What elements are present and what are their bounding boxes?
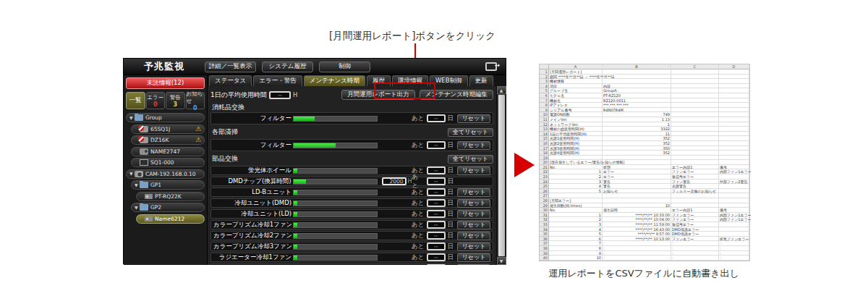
tree-item[interactable]: ▼ GP2	[131, 203, 205, 212]
maintenance-row: LD-Bユニット あと -- 日 リセット	[210, 187, 493, 197]
scroll-thumb[interactable]	[498, 95, 505, 256]
sheet-cell: 機材の総使用時間(H)	[549, 127, 603, 132]
sheet-cell: 5	[549, 232, 603, 237]
sheet-cell: 4	[549, 184, 603, 189]
remaining-value[interactable]: --	[427, 253, 446, 261]
remaining-value[interactable]: --	[427, 114, 446, 122]
sheet-cell	[671, 198, 719, 203]
reset-button[interactable]: リセット	[457, 199, 490, 208]
sheet-cell: フィルター交換のお知らせ	[671, 189, 719, 194]
unread-info-button[interactable]: 未読情報(12)	[126, 77, 205, 89]
reset-button[interactable]: リセット	[457, 253, 490, 262]
sheet-cell: 14	[540, 132, 549, 137]
progress-track	[293, 116, 378, 122]
progress-track	[293, 255, 378, 261]
reset-button[interactable]: リセット	[457, 221, 490, 229]
reset-button[interactable]: リセット	[457, 210, 490, 219]
remaining-value[interactable]: --	[427, 188, 446, 196]
reset-button[interactable]: リセット	[457, 264, 490, 266]
remaining-value[interactable]: --	[427, 264, 446, 265]
reset-all-button[interactable]: 全てリセット	[448, 155, 493, 164]
sheet-cell: ****/**/** 11:59:00	[603, 222, 671, 227]
sidebar-filter-tab[interactable]: 警告 3	[166, 92, 185, 109]
expander-icon[interactable]: ▼	[135, 206, 140, 210]
remaining-value[interactable]: --	[427, 232, 446, 240]
tree-item[interactable]: ▼ Group	[126, 113, 205, 122]
maintenance-row: フィルター あと -- 日 リセット	[210, 139, 493, 151]
tab[interactable]: エラー・警告	[253, 75, 302, 86]
sheet-cell	[671, 156, 719, 161]
remaining-unit: 日	[448, 177, 454, 186]
sheet-cell	[603, 160, 671, 165]
tree-item[interactable]: ▼ DZ16K ⚠	[131, 135, 205, 145]
remaining-value[interactable]: --	[427, 199, 446, 207]
expander-icon[interactable]: ▼	[135, 183, 140, 187]
sheet-cell: 内部ファン1エラー	[719, 169, 749, 174]
sheet-cell: 22	[540, 169, 549, 174]
expander-icon[interactable]: ▼	[129, 172, 135, 176]
sheet-cell: 警告	[603, 184, 671, 189]
tree-item[interactable]: ▼ SQ1-000	[131, 158, 205, 167]
tab[interactable]: 更新	[469, 75, 493, 86]
maintenance-row: カラープリズム冷却3ファン あと -- 日 リセット	[210, 242, 493, 251]
sheet-cell	[719, 193, 749, 198]
sheet-cell	[719, 98, 749, 104]
tree-item[interactable]: ▼ PT-RQ22K	[136, 192, 205, 201]
sheet-cell: 15	[540, 136, 549, 141]
sheet-cell	[719, 75, 749, 80]
tab[interactable]: メンテナンス時期	[304, 75, 365, 86]
sheet-row: 1[月間運用レポート]	[540, 69, 749, 75]
tab[interactable]: ステータス	[209, 75, 252, 86]
toolbar-button[interactable]: 制御	[319, 62, 370, 72]
remaining-value[interactable]: --	[427, 141, 446, 149]
hours-input[interactable]: 2000	[382, 177, 407, 185]
sheet-cell: 10	[540, 112, 549, 117]
toolbar-button[interactable]: 詳細／一覧表示	[205, 62, 256, 72]
reset-button[interactable]: リセット	[457, 242, 490, 251]
tree-item[interactable]: ▼ CAM-192.168.0.10	[126, 169, 205, 179]
scroll-down-icon[interactable]: ▼	[497, 257, 506, 265]
average-usage-value[interactable]: --	[269, 91, 291, 99]
tree-item[interactable]: ▼ GP1	[131, 180, 205, 190]
scroll-up-icon[interactable]: ▲	[497, 86, 506, 94]
remaining-value[interactable]: --	[427, 177, 446, 185]
remaining-label: あと	[412, 242, 424, 251]
sheet-cell: No.	[549, 165, 603, 170]
tree-item-label: DZ16K	[150, 137, 169, 143]
remaining-label: あと	[412, 199, 424, 208]
remaining-value[interactable]: --	[427, 210, 446, 218]
filter-tab-label: 警告	[170, 94, 181, 101]
sheet-cell	[719, 227, 749, 232]
device-icon	[145, 216, 153, 221]
reset-button[interactable]: リセット	[457, 114, 490, 123]
sidebar-filter-tab[interactable]: 一覧	[126, 92, 145, 109]
tree-item[interactable]: ▼ 65SQ1J ⚠	[131, 124, 205, 134]
expander-icon[interactable]: ▼	[129, 116, 135, 120]
sheet-cell	[719, 88, 749, 93]
sheet-cell	[671, 69, 719, 75]
tree-item-label: GP1	[150, 182, 161, 188]
title-bar: 予兆監視 詳細／一覧表示システム履歴制御	[124, 59, 506, 75]
sheet-cell	[549, 193, 603, 198]
sheet-row: 141日の平均使用時間(H)11	[540, 132, 749, 137]
progress-track	[293, 179, 378, 185]
tree-item[interactable]: ▼ Name6212	[136, 214, 205, 224]
remaining-value[interactable]: --	[427, 242, 446, 250]
tree-item[interactable]: ▼ NAME2747	[131, 147, 205, 156]
remaining-value[interactable]: --	[427, 221, 446, 229]
reset-button[interactable]: リセット	[457, 232, 490, 240]
toolbar: 詳細／一覧表示システム履歴制御	[205, 62, 376, 72]
reset-button[interactable]: リセット	[457, 188, 490, 197]
tree-item-label: SQ1-000	[150, 159, 174, 166]
sheet-cell: 25	[540, 184, 549, 189]
exit-icon[interactable]	[485, 62, 497, 71]
section-header: 部品交換 全てリセット	[210, 154, 493, 164]
reset-button[interactable]: リセット	[457, 141, 490, 150]
part-label: LD-Bユニット	[213, 188, 292, 197]
sheet-cell: DMD低温エラー	[671, 232, 719, 237]
sheet-cell: 749	[603, 112, 671, 117]
sidebar-filter-tab[interactable]: エラー 0	[146, 92, 166, 109]
sidebar-filter-tab[interactable]: お知らせ 0	[186, 92, 205, 109]
reset-all-button[interactable]: 全てリセット	[448, 128, 493, 137]
toolbar-button[interactable]: システム履歴	[262, 62, 313, 72]
